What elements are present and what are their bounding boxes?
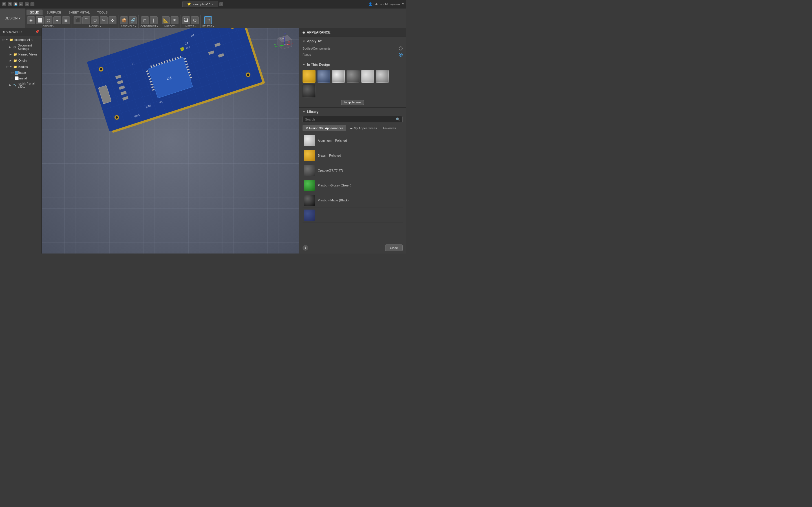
insert-mesh-btn[interactable]: ⬡ bbox=[191, 16, 199, 24]
tab-solid[interactable]: SOLID bbox=[27, 10, 43, 15]
swatch-dark[interactable] bbox=[303, 84, 315, 98]
material-item-1[interactable]: Brass – Polished bbox=[303, 148, 403, 163]
material-item-5[interactable] bbox=[303, 208, 403, 223]
tree-expand-doc[interactable]: ▶ bbox=[9, 46, 12, 48]
tree-item-root[interactable]: 👁 ▼ 📁 example v1 ↻ bbox=[0, 37, 42, 43]
visibility-icon-metal[interactable]: 👁 bbox=[10, 76, 14, 80]
body-check-base[interactable] bbox=[15, 71, 18, 75]
faces-radio[interactable] bbox=[399, 53, 403, 57]
material-item-0[interactable]: Aluminum – Polished bbox=[303, 133, 403, 148]
material-item-4[interactable]: Plastic – Matte (Black) bbox=[303, 193, 403, 208]
swatch-blue-metal[interactable] bbox=[317, 70, 330, 83]
window-icon[interactable]: ⊡ bbox=[8, 2, 12, 6]
insert-label[interactable]: INSERT ▾ bbox=[185, 25, 196, 27]
library-header[interactable]: ▼ Library bbox=[303, 110, 403, 114]
select-label[interactable]: SELECT ▾ bbox=[202, 25, 214, 27]
visibility-icon[interactable]: 👁 bbox=[1, 38, 5, 42]
modify-split-btn[interactable]: ✂ bbox=[100, 16, 108, 24]
create-label[interactable]: CREATE ▾ bbox=[43, 25, 54, 27]
tree-item-origin[interactable]: 👁 ▶ 📁 Origin bbox=[0, 57, 42, 64]
tree-expand-bodies[interactable]: ▼ bbox=[10, 65, 13, 68]
viewport[interactable]: C47 R2 U1 SW1 R1 GND J1 LED1 bbox=[42, 28, 299, 253]
material-item-2[interactable]: Opaque(77,77,77) bbox=[303, 163, 403, 178]
help-icon[interactable]: ? bbox=[402, 3, 404, 6]
construct-axis-btn[interactable]: | bbox=[150, 16, 158, 24]
tab-area: ⭐ example v1* × + bbox=[37, 1, 368, 7]
create-sphere-btn[interactable]: ● bbox=[53, 16, 61, 24]
design-dropdown[interactable]: DESIGN ▾ bbox=[0, 8, 26, 28]
root-refresh-icon[interactable]: ↻ bbox=[31, 38, 34, 41]
cloud-icon: ☁ bbox=[350, 126, 353, 130]
document-tab[interactable]: ⭐ example v1* × bbox=[183, 1, 218, 7]
tree-expand-rcstick[interactable]: ▶ bbox=[9, 83, 13, 87]
search-input[interactable] bbox=[305, 118, 396, 121]
tab-tools[interactable]: TOOLS bbox=[94, 10, 111, 15]
select-btn[interactable]: ⬚ bbox=[204, 16, 212, 24]
tab-close-icon[interactable]: × bbox=[211, 3, 213, 6]
viewcube[interactable]: X Y Z TOP RIGHT bbox=[273, 31, 296, 54]
tab-surface[interactable]: SURFACE bbox=[43, 10, 64, 15]
visibility-icon-bodies[interactable]: 👁 bbox=[5, 65, 9, 69]
bodies-radio[interactable] bbox=[399, 47, 403, 50]
assemble-joint-btn[interactable]: 🔗 bbox=[129, 16, 137, 24]
filter-tab-favorites[interactable]: Favorites bbox=[380, 125, 399, 131]
inspect-measure-btn[interactable]: 📐 bbox=[162, 16, 170, 24]
main-area: ◀ BROWSER 📌 👁 ▼ 📁 example v1 ↻ 👁 ▶ ⚙ Doc… bbox=[0, 28, 406, 253]
bodies-components-row: Bodies/Components bbox=[303, 45, 403, 52]
swatch-ring[interactable] bbox=[376, 70, 389, 83]
assemble-new-component-btn[interactable]: 📦 bbox=[120, 16, 128, 24]
modify-move-btn[interactable]: ✜ bbox=[109, 16, 116, 24]
more-icon[interactable]: ⋮ bbox=[31, 2, 35, 6]
design-section-title: In This Design bbox=[307, 62, 330, 66]
tab-sheet-metal[interactable]: SHEET METAL bbox=[65, 10, 93, 15]
design-section-header[interactable]: ▼ In This Design bbox=[303, 62, 403, 66]
tree-item-metal[interactable]: 👁 metal bbox=[0, 75, 42, 81]
swatch-gold[interactable] bbox=[303, 70, 315, 83]
create-extrude-btn[interactable]: ⬜ bbox=[36, 16, 44, 24]
tree-item-base[interactable]: 👁 base bbox=[0, 70, 42, 75]
insert-image-btn[interactable]: 🖼 bbox=[182, 16, 190, 24]
design-label: DESIGN bbox=[4, 16, 17, 20]
filter-tab-my[interactable]: ☁ My Appearances bbox=[347, 125, 380, 131]
create-new-body-btn[interactable]: ✚ bbox=[27, 16, 35, 24]
swatch-silver[interactable] bbox=[361, 70, 374, 83]
user-icon: 👤 bbox=[368, 2, 372, 6]
undo-icon[interactable]: ↩ bbox=[19, 2, 23, 6]
design-arrow: ▼ bbox=[303, 63, 305, 66]
save-icon[interactable]: 💾 bbox=[13, 2, 17, 6]
tree-expand-origin[interactable]: ▶ bbox=[10, 59, 13, 62]
tree-expand-arrow[interactable]: ▼ bbox=[6, 38, 9, 41]
close-button[interactable]: Close bbox=[385, 244, 403, 251]
construct-label[interactable]: CONSTRUCT ▾ bbox=[140, 25, 158, 27]
assemble-label[interactable]: ASSEMBLE ▾ bbox=[121, 25, 136, 27]
filter-tab-fusion[interactable]: ↻ Fusion 360 Appearances bbox=[303, 125, 346, 131]
modify-fillet-btn[interactable]: ⌒ bbox=[82, 16, 90, 24]
tree-expand-views[interactable]: ▶ bbox=[10, 53, 13, 56]
create-pattern-btn[interactable]: ⊞ bbox=[62, 16, 70, 24]
titlebar-right: 👤 Hiroshi Murayama ? bbox=[368, 2, 404, 6]
browser-collapse-icon[interactable]: ◀ bbox=[2, 30, 4, 33]
tree-item-bodies[interactable]: 👁 ▼ 📁 Bodies bbox=[0, 64, 42, 70]
swatch-dark-metal[interactable] bbox=[347, 70, 359, 83]
modify-press-pull-btn[interactable]: ⬛ bbox=[73, 16, 82, 24]
modify-shell-btn[interactable]: ⬡ bbox=[91, 16, 99, 24]
material-item-3[interactable]: Plastic – Glossy (Green) bbox=[303, 178, 403, 193]
new-tab-icon[interactable]: + bbox=[219, 2, 223, 6]
create-revolve-btn[interactable]: ◎ bbox=[45, 16, 52, 24]
construct-plane-btn[interactable]: ◻ bbox=[141, 16, 149, 24]
material-name-3: Plastic – Glossy (Green) bbox=[318, 184, 351, 187]
visibility-icon-base[interactable]: 👁 bbox=[10, 71, 14, 75]
browser-pin-icon[interactable]: 📌 bbox=[35, 30, 39, 34]
tree-item-named-views[interactable]: 👁 ▶ 📁 Named Views bbox=[0, 51, 42, 57]
tree-item-doc-settings[interactable]: 👁 ▶ ⚙ Document Settings bbox=[0, 43, 42, 51]
tree-item-rcstick[interactable]: 👁 ▶ 🔧 rcstick-f-small v30:1 bbox=[0, 81, 42, 89]
inspect-label[interactable]: INSPECT ▾ bbox=[163, 25, 176, 27]
info-button[interactable]: ℹ bbox=[303, 245, 308, 251]
modify-label[interactable]: MODIFY ▾ bbox=[89, 25, 101, 27]
menu-icon[interactable]: ⊞ bbox=[2, 2, 6, 6]
redo-icon[interactable]: ↪ bbox=[25, 2, 29, 6]
inspect-display-btn[interactable]: 👁 bbox=[170, 16, 179, 24]
swatch-chrome[interactable] bbox=[332, 70, 345, 83]
apply-to-header[interactable]: ▼ Apply To: bbox=[303, 39, 403, 43]
body-check-metal[interactable] bbox=[15, 76, 18, 80]
